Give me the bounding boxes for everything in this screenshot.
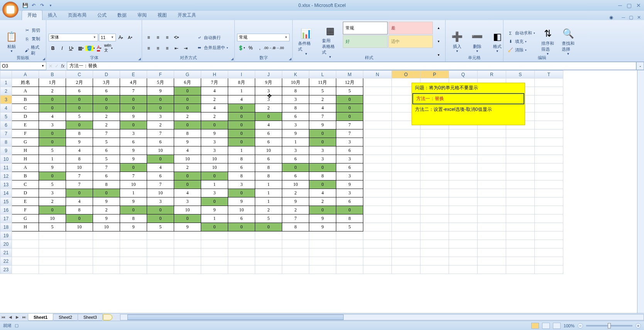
cell-L6[interactable]: 9 (309, 121, 336, 129)
cell-L8[interactable]: 0 (309, 138, 336, 146)
cell-N11[interactable] (363, 163, 392, 172)
cell-L4[interactable]: 4 (309, 104, 336, 112)
style-bad[interactable]: 差 (388, 22, 433, 34)
cell-Q15[interactable] (449, 197, 478, 206)
cell-E4[interactable]: 0 (120, 104, 147, 112)
cell-H12[interactable]: 0 (201, 172, 228, 180)
cell-O17[interactable] (392, 214, 420, 223)
cell-I18[interactable]: 0 (228, 223, 255, 231)
merge-center-button[interactable]: ⬌合并后居中▾ (195, 44, 230, 52)
cell-A5[interactable]: D (12, 112, 39, 121)
font-name-combo[interactable]: 宋体▼ (49, 34, 98, 41)
cell-I3[interactable]: 4 (228, 95, 255, 104)
cell-G21[interactable] (174, 248, 201, 257)
cell-P22[interactable] (420, 257, 449, 265)
cell-T3[interactable] (535, 95, 563, 104)
cell-G8[interactable]: 9 (174, 138, 201, 146)
cell-A4[interactable]: C (12, 104, 39, 112)
cell-O21[interactable] (392, 248, 420, 257)
cell-Q10[interactable] (449, 155, 478, 163)
cell-P23[interactable] (420, 265, 449, 274)
cell-E12[interactable]: 7 (120, 172, 147, 180)
cell-I16[interactable]: 10 (228, 206, 255, 214)
cell-A6[interactable]: E (12, 121, 39, 129)
cell-M1[interactable]: 12月 (336, 78, 363, 87)
indent-increase[interactable]: ⇥ (181, 44, 190, 53)
cell-I2[interactable]: 1 (228, 87, 255, 95)
cell-P10[interactable] (420, 155, 449, 163)
cell-O10[interactable] (392, 155, 420, 163)
cell-A22[interactable] (12, 257, 39, 265)
cell-I20[interactable] (228, 240, 255, 248)
cell-A12[interactable]: B (12, 172, 39, 180)
accept-formula[interactable]: ✓ (55, 63, 59, 69)
cell-A21[interactable] (12, 248, 39, 257)
cell-R19[interactable] (478, 231, 506, 240)
cell-Q21[interactable] (449, 248, 478, 257)
cell-B9[interactable]: 5 (39, 146, 66, 155)
cell-A9[interactable]: H (12, 146, 39, 155)
cell-M13[interactable]: 9 (336, 180, 363, 189)
cell-A16[interactable]: F (12, 206, 39, 214)
cell-J1[interactable]: 9月 (255, 78, 282, 87)
cell-B23[interactable] (39, 265, 66, 274)
cell-J13[interactable]: 1 (255, 180, 282, 189)
cell-C9[interactable]: 4 (66, 146, 93, 155)
cell-J19[interactable] (255, 231, 282, 240)
sheet-tab-Sheet1[interactable]: Sheet1 (28, 314, 53, 321)
cell-Q17[interactable] (449, 214, 478, 223)
cell-I9[interactable]: 1 (228, 146, 255, 155)
cell-Q18[interactable] (449, 223, 478, 231)
cell-J14[interactable]: 1 (255, 189, 282, 197)
cell-H5[interactable]: 2 (201, 112, 228, 121)
cell-D20[interactable] (93, 240, 120, 248)
view-page-break[interactable] (553, 323, 561, 329)
cell-M14[interactable]: 3 (336, 189, 363, 197)
cell-E23[interactable] (120, 265, 147, 274)
cell-J9[interactable]: 10 (255, 146, 282, 155)
cell-G2[interactable]: 0 (174, 87, 201, 95)
cell-D4[interactable]: 0 (93, 104, 120, 112)
cell-C5[interactable]: 5 (66, 112, 93, 121)
cell-E21[interactable] (120, 248, 147, 257)
doc-close[interactable]: ✕ (637, 15, 641, 20)
cell-K11[interactable]: 0 (282, 163, 309, 172)
cell-L1[interactable]: 11月 (309, 78, 336, 87)
cell-E15[interactable]: 9 (120, 197, 147, 206)
cell-N8[interactable] (363, 138, 392, 146)
ribbon-tab-2[interactable]: 页面布局 (63, 10, 92, 20)
cell-Q13[interactable] (449, 180, 478, 189)
view-page-layout[interactable] (542, 323, 550, 329)
cell-F17[interactable]: 0 (147, 214, 174, 223)
formula-expand[interactable]: ⌄ (636, 62, 644, 70)
cell-I6[interactable]: 0 (228, 121, 255, 129)
cell-S17[interactable] (506, 214, 535, 223)
cell-R14[interactable] (478, 189, 506, 197)
cell-S21[interactable] (506, 248, 535, 257)
cell-G7[interactable]: 8 (174, 129, 201, 138)
cell-N10[interactable] (363, 155, 392, 163)
cell-O20[interactable] (392, 240, 420, 248)
cell-P11[interactable] (420, 163, 449, 172)
cell-D12[interactable]: 6 (93, 172, 120, 180)
cell-E11[interactable]: 0 (120, 163, 147, 172)
cell-F12[interactable]: 6 (147, 172, 174, 180)
cell-O7[interactable] (392, 129, 420, 138)
cell-B2[interactable]: 2 (39, 87, 66, 95)
cell-H6[interactable]: 0 (201, 121, 228, 129)
cell-E16[interactable]: 0 (120, 206, 147, 214)
cell-M22[interactable] (336, 257, 363, 265)
cell-L21[interactable] (309, 248, 336, 257)
cell-N7[interactable] (363, 129, 392, 138)
cell-A7[interactable]: F (12, 129, 39, 138)
cell-J18[interactable]: 0 (255, 223, 282, 231)
cell-I13[interactable]: 3 (228, 180, 255, 189)
cell-D15[interactable]: 9 (93, 197, 120, 206)
cell-Q14[interactable] (449, 189, 478, 197)
cell-K18[interactable]: 8 (282, 223, 309, 231)
cell-D18[interactable]: 10 (93, 223, 120, 231)
cell-styles-gallery[interactable]: 常规 差 好 适中 (343, 22, 433, 48)
cell-K8[interactable]: 1 (282, 138, 309, 146)
sheet-tab-Sheet2[interactable]: Sheet2 (53, 314, 78, 321)
cell-M4[interactable]: 0 (336, 104, 363, 112)
